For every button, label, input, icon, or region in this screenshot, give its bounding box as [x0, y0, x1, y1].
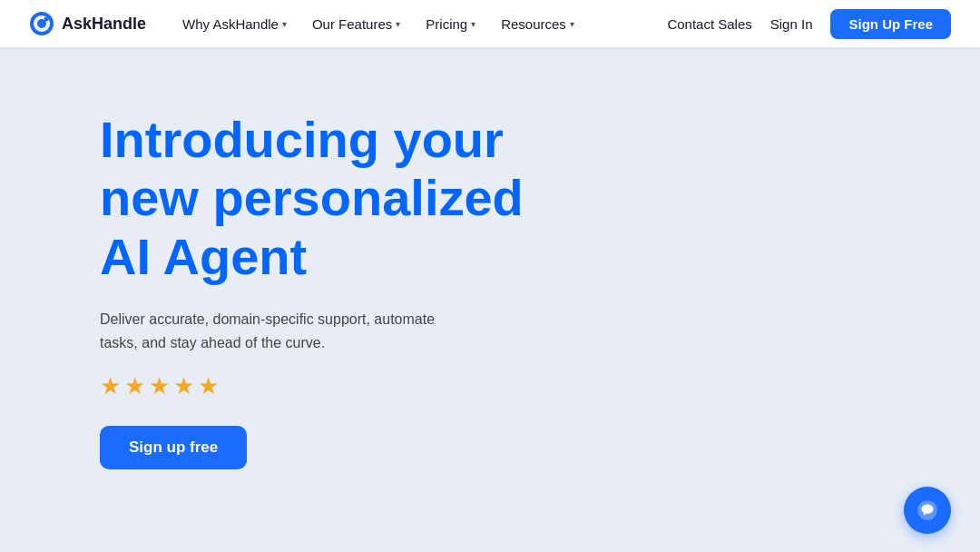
- chevron-down-icon: ▾: [282, 19, 287, 29]
- nav-item-features[interactable]: Our Features ▾: [301, 11, 411, 37]
- nav-item-resources[interactable]: Resources ▾: [490, 11, 585, 37]
- star-2: ★: [124, 372, 145, 400]
- star-5: ★: [198, 372, 219, 400]
- signup-button[interactable]: Sign Up Free: [830, 9, 951, 39]
- navbar-left: AskHandle Why AskHandle ▾ Our Features ▾…: [29, 11, 585, 37]
- sign-in-link[interactable]: Sign In: [770, 16, 813, 32]
- chevron-down-icon: ▾: [471, 19, 475, 29]
- nav-item-why[interactable]: Why AskHandle ▾: [172, 11, 298, 37]
- nav-links: Why AskHandle ▾ Our Features ▾ Pricing ▾…: [172, 11, 585, 37]
- star-rating: ★ ★ ★ ★ ★: [100, 372, 572, 400]
- contact-sales-link[interactable]: Contact Sales: [667, 16, 751, 32]
- chevron-down-icon: ▾: [396, 19, 400, 29]
- hero-title: Introducing your new personalized AI Age…: [100, 111, 572, 286]
- chat-icon: [916, 498, 939, 522]
- hero-content: Introducing your new personalized AI Age…: [100, 111, 572, 469]
- brand-name: AskHandle: [62, 15, 146, 34]
- nav-pricing-label: Pricing: [426, 16, 467, 32]
- nav-item-pricing[interactable]: Pricing ▾: [415, 11, 486, 37]
- navbar: AskHandle Why AskHandle ▾ Our Features ▾…: [0, 0, 980, 47]
- star-4: ★: [173, 372, 194, 400]
- hero-section: Introducing your new personalized AI Age…: [0, 47, 980, 552]
- logo[interactable]: AskHandle: [29, 11, 146, 36]
- chat-widget-button[interactable]: [904, 487, 951, 534]
- svg-point-3: [44, 17, 49, 22]
- hero-subtitle: Deliver accurate, domain-specific suppor…: [100, 308, 445, 354]
- chevron-down-icon: ▾: [570, 19, 574, 29]
- navbar-right: Contact Sales Sign In Sign Up Free: [667, 9, 951, 39]
- nav-features-label: Our Features: [312, 16, 392, 32]
- star-1: ★: [100, 372, 121, 400]
- nav-why-label: Why AskHandle: [182, 16, 279, 32]
- hero-cta-button[interactable]: Sign up free: [100, 426, 247, 469]
- logo-icon: [29, 11, 54, 36]
- nav-resources-label: Resources: [501, 16, 566, 32]
- star-3: ★: [149, 372, 170, 400]
